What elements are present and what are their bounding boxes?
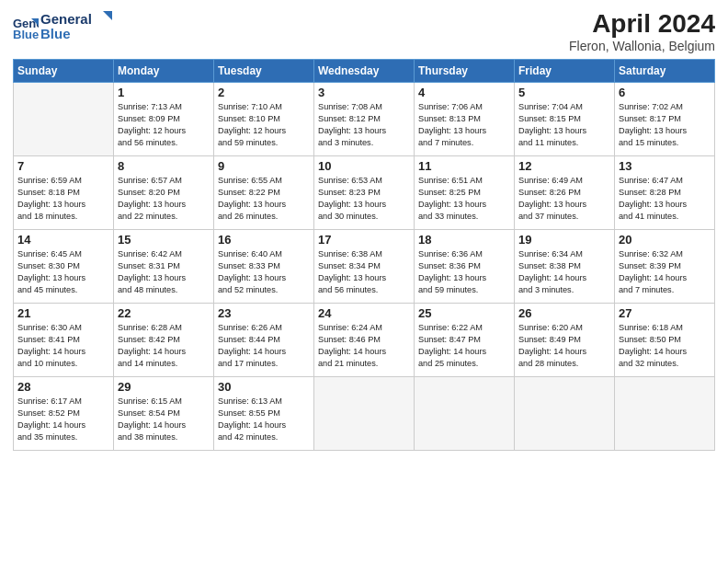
- day-number: 21: [17, 306, 109, 320]
- calendar-cell: 23Sunrise: 6:26 AMSunset: 8:44 PMDayligh…: [214, 304, 314, 377]
- day-number: 30: [218, 380, 310, 394]
- calendar-cell: 20Sunrise: 6:32 AMSunset: 8:39 PMDayligh…: [615, 230, 715, 304]
- calendar-cell: [415, 377, 515, 451]
- day-details: Sunrise: 6:34 AMSunset: 8:38 PMDaylight:…: [518, 248, 610, 296]
- day-details: Sunrise: 7:04 AMSunset: 8:15 PMDaylight:…: [518, 101, 610, 149]
- calendar-cell: 16Sunrise: 6:40 AMSunset: 8:33 PMDayligh…: [214, 230, 314, 304]
- calendar-cell: 2Sunrise: 7:10 AMSunset: 8:10 PMDaylight…: [214, 83, 314, 156]
- calendar-header-row: SundayMondayTuesdayWednesdayThursdayFrid…: [14, 60, 715, 83]
- calendar-cell: 6Sunrise: 7:02 AMSunset: 8:17 PMDaylight…: [615, 83, 715, 156]
- calendar-cell: 5Sunrise: 7:04 AMSunset: 8:15 PMDaylight…: [515, 83, 615, 156]
- calendar-cell: 17Sunrise: 6:38 AMSunset: 8:34 PMDayligh…: [314, 230, 415, 304]
- title-block: April 2024 Fleron, Wallonia, Belgium: [569, 9, 715, 53]
- header-day: Saturday: [615, 60, 715, 83]
- day-details: Sunrise: 6:53 AMSunset: 8:23 PMDaylight:…: [318, 175, 410, 223]
- calendar-cell: 26Sunrise: 6:20 AMSunset: 8:49 PMDayligh…: [515, 304, 615, 377]
- header-day: Thursday: [415, 60, 515, 83]
- calendar-week-row: 14Sunrise: 6:45 AMSunset: 8:30 PMDayligh…: [14, 230, 715, 304]
- day-details: Sunrise: 6:13 AMSunset: 8:55 PMDaylight:…: [218, 396, 310, 443]
- day-number: 7: [17, 159, 109, 173]
- day-details: Sunrise: 7:10 AMSunset: 8:10 PMDaylight:…: [218, 101, 310, 149]
- day-number: 3: [318, 86, 410, 99]
- svg-text:Blue: Blue: [13, 28, 39, 40]
- calendar-cell: 12Sunrise: 6:49 AMSunset: 8:26 PMDayligh…: [515, 156, 615, 230]
- day-details: Sunrise: 6:40 AMSunset: 8:33 PMDaylight:…: [218, 248, 310, 296]
- calendar-cell: 14Sunrise: 6:45 AMSunset: 8:30 PMDayligh…: [14, 230, 114, 304]
- day-number: 19: [518, 233, 610, 247]
- header-day: Tuesday: [214, 60, 314, 83]
- day-details: Sunrise: 7:02 AMSunset: 8:17 PMDaylight:…: [619, 101, 711, 149]
- day-number: 10: [318, 159, 410, 173]
- header: General Blue General Blue April 2024 Fle…: [13, 9, 715, 53]
- day-number: 26: [518, 306, 610, 320]
- day-number: 16: [218, 233, 310, 247]
- calendar-cell: 24Sunrise: 6:24 AMSunset: 8:46 PMDayligh…: [314, 304, 415, 377]
- header-day: Friday: [515, 60, 615, 83]
- day-details: Sunrise: 6:51 AMSunset: 8:25 PMDaylight:…: [418, 175, 510, 223]
- day-number: 20: [619, 233, 711, 247]
- day-details: Sunrise: 7:13 AMSunset: 8:09 PMDaylight:…: [118, 101, 210, 149]
- logo: General Blue General Blue: [13, 9, 114, 47]
- logo-text: General Blue: [40, 9, 114, 47]
- header-day: Sunday: [14, 60, 114, 83]
- day-number: 12: [518, 159, 610, 173]
- day-details: Sunrise: 6:49 AMSunset: 8:26 PMDaylight:…: [518, 175, 610, 223]
- day-number: 9: [218, 159, 310, 173]
- calendar-week-row: 21Sunrise: 6:30 AMSunset: 8:41 PMDayligh…: [14, 304, 715, 377]
- day-number: 22: [118, 306, 210, 320]
- calendar-cell: 8Sunrise: 6:57 AMSunset: 8:20 PMDaylight…: [114, 156, 214, 230]
- day-details: Sunrise: 6:30 AMSunset: 8:41 PMDaylight:…: [17, 322, 109, 370]
- main-title: April 2024: [569, 9, 715, 39]
- day-number: 14: [17, 233, 109, 247]
- calendar-week-row: 7Sunrise: 6:59 AMSunset: 8:18 PMDaylight…: [14, 156, 715, 230]
- calendar-cell: [515, 377, 615, 451]
- calendar-cell: 10Sunrise: 6:53 AMSunset: 8:23 PMDayligh…: [314, 156, 415, 230]
- calendar-cell: 13Sunrise: 6:47 AMSunset: 8:28 PMDayligh…: [615, 156, 715, 230]
- day-number: 1: [118, 86, 210, 99]
- logo-icon: General Blue: [13, 15, 39, 40]
- calendar-cell: 3Sunrise: 7:08 AMSunset: 8:12 PMDaylight…: [314, 83, 415, 156]
- calendar-cell: 1Sunrise: 7:13 AMSunset: 8:09 PMDaylight…: [114, 83, 214, 156]
- day-details: Sunrise: 6:20 AMSunset: 8:49 PMDaylight:…: [518, 322, 610, 370]
- day-number: 6: [619, 86, 711, 99]
- day-details: Sunrise: 7:08 AMSunset: 8:12 PMDaylight:…: [318, 101, 410, 149]
- day-details: Sunrise: 6:17 AMSunset: 8:52 PMDaylight:…: [17, 396, 109, 443]
- calendar-cell: 15Sunrise: 6:42 AMSunset: 8:31 PMDayligh…: [114, 230, 214, 304]
- header-day: Monday: [114, 60, 214, 83]
- calendar-cell: 4Sunrise: 7:06 AMSunset: 8:13 PMDaylight…: [415, 83, 515, 156]
- day-number: 4: [418, 86, 510, 99]
- day-details: Sunrise: 6:38 AMSunset: 8:34 PMDaylight:…: [318, 248, 410, 296]
- calendar-cell: 21Sunrise: 6:30 AMSunset: 8:41 PMDayligh…: [14, 304, 114, 377]
- day-details: Sunrise: 6:18 AMSunset: 8:50 PMDaylight:…: [619, 322, 711, 370]
- calendar-cell: 19Sunrise: 6:34 AMSunset: 8:38 PMDayligh…: [515, 230, 615, 304]
- day-number: 11: [418, 159, 510, 173]
- calendar-cell: 29Sunrise: 6:15 AMSunset: 8:54 PMDayligh…: [114, 377, 214, 451]
- header-day: Wednesday: [314, 60, 415, 83]
- calendar-cell: [615, 377, 715, 451]
- calendar-table: SundayMondayTuesdayWednesdayThursdayFrid…: [13, 59, 715, 451]
- day-number: 25: [418, 306, 510, 320]
- day-number: 28: [17, 380, 109, 394]
- day-number: 5: [518, 86, 610, 99]
- day-number: 2: [218, 86, 310, 99]
- day-number: 17: [318, 233, 410, 247]
- day-details: Sunrise: 6:59 AMSunset: 8:18 PMDaylight:…: [17, 175, 109, 223]
- calendar-week-row: 1Sunrise: 7:13 AMSunset: 8:09 PMDaylight…: [14, 83, 715, 156]
- svg-marker-4: [103, 11, 112, 20]
- calendar-cell: 25Sunrise: 6:22 AMSunset: 8:47 PMDayligh…: [415, 304, 515, 377]
- day-details: Sunrise: 6:42 AMSunset: 8:31 PMDaylight:…: [118, 248, 210, 296]
- calendar-cell: [314, 377, 415, 451]
- day-details: Sunrise: 6:32 AMSunset: 8:39 PMDaylight:…: [619, 248, 711, 296]
- page: General Blue General Blue April 2024 Fle…: [0, 0, 728, 563]
- calendar-cell: [14, 83, 114, 156]
- calendar-week-row: 28Sunrise: 6:17 AMSunset: 8:52 PMDayligh…: [14, 377, 715, 451]
- day-details: Sunrise: 7:06 AMSunset: 8:13 PMDaylight:…: [418, 101, 510, 149]
- day-details: Sunrise: 6:15 AMSunset: 8:54 PMDaylight:…: [118, 396, 210, 443]
- day-number: 24: [318, 306, 410, 320]
- calendar-cell: 28Sunrise: 6:17 AMSunset: 8:52 PMDayligh…: [14, 377, 114, 451]
- day-number: 18: [418, 233, 510, 247]
- day-details: Sunrise: 6:26 AMSunset: 8:44 PMDaylight:…: [218, 322, 310, 370]
- calendar-cell: 27Sunrise: 6:18 AMSunset: 8:50 PMDayligh…: [615, 304, 715, 377]
- day-number: 15: [118, 233, 210, 247]
- day-number: 8: [118, 159, 210, 173]
